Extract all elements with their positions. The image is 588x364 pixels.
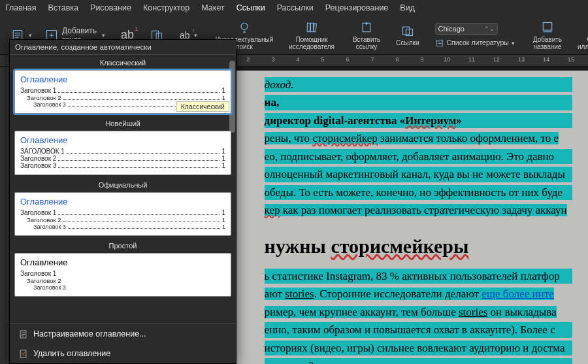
svg-rect-20 [436, 40, 442, 46]
chevron-down-icon: ▾ [512, 40, 515, 46]
toc-style-header: Простой [13, 240, 233, 252]
tooltip: Классический [176, 101, 229, 112]
svg-rect-8 [156, 33, 161, 39]
custom-toc-button[interactable]: Настраиваемое оглавление... [10, 324, 236, 344]
chevron-updown-icon: ⌃⌄ [484, 25, 495, 32]
tab-рецензирование[interactable]: Рецензирование [325, 3, 389, 12]
table-of-figures-button[interactable]: Список иллюстраций [571, 16, 588, 54]
svg-rect-23 [543, 22, 551, 30]
text-line[interactable]: доход. [265, 77, 572, 92]
vertical-ruler[interactable] [0, 67, 10, 364]
text-line[interactable]: обеды. То есть можете, конечно, но эффек… [265, 185, 572, 200]
researcher-button[interactable]: Помощник исследователя [282, 16, 341, 54]
toc-panel-header: Оглавление, созданное автоматически [10, 40, 236, 55]
toc-style-header: Официальный [13, 179, 233, 191]
bulb-icon [237, 20, 252, 35]
svg-rect-13 [310, 23, 313, 31]
text-line[interactable]: кер как раз помогает реализовать стратег… [265, 203, 572, 218]
toc-style-header: Новейший [13, 118, 233, 129]
tab-вид[interactable]: Вид [400, 3, 415, 12]
svg-point-9 [241, 23, 248, 29]
bibliography-group: Chicago ⌃⌄ Список литературы ▾ [429, 16, 521, 54]
toc-style-preview[interactable]: ОглавлениеЗаголовок 11Заголовок 21Заголо… [14, 192, 231, 236]
text-line[interactable]: то значит? [265, 358, 572, 364]
toc-style-header: Классический [13, 57, 233, 69]
text-line[interactable]: историях (видео, игры) сильнее вовлекают… [265, 340, 572, 356]
chevron-down-icon: ▾ [102, 32, 105, 39]
text-line[interactable]: олноценный маркетинговый канал, куда вы … [265, 167, 572, 182]
tab-вставка[interactable]: Вставка [48, 3, 78, 12]
books-icon [304, 20, 319, 35]
tab-главная[interactable]: Главная [5, 3, 37, 12]
bibliography-button[interactable]: Список литературы ▾ [435, 39, 515, 48]
text-line[interactable]: енно, таким образом и повышается охват в… [265, 322, 572, 337]
heading[interactable]: нужны сторисмейкеры [265, 233, 572, 259]
tab-рассылки[interactable]: Рассылки [277, 3, 314, 12]
citations-icon [400, 24, 415, 38]
tab-ссылки[interactable]: Ссылки [237, 3, 265, 12]
tab-конструктор[interactable]: Конструктор [143, 3, 189, 12]
tab-рисование[interactable]: Рисование [90, 3, 131, 12]
insert-citation-button[interactable]: Вставить ссылку [346, 16, 387, 54]
toc-style-preview[interactable]: ОглавлениеЗаголовок 11Заголовок 21Заголо… [14, 70, 231, 114]
text-line[interactable]: директор digital-агентства «Интериум» [265, 113, 572, 128]
biblio-icon [435, 39, 444, 48]
text-line[interactable]: ео, подписывает, оформляет, добавляет ан… [265, 149, 572, 164]
tab-макет[interactable]: Макет [201, 3, 224, 12]
doc-icon [18, 329, 28, 339]
toc-gallery-list[interactable]: КлассическийОглавлениеЗаголовок 11Заголо… [10, 55, 236, 323]
svg-rect-7 [152, 31, 159, 39]
text-line[interactable]: на, [265, 95, 572, 110]
menu-tabs: ГлавнаяВставкаРисованиеКонструкторМакетС… [0, 0, 588, 16]
svg-rect-12 [307, 23, 310, 31]
citations-button[interactable]: Ссылки [389, 16, 425, 54]
toc-style-preview[interactable]: ОглавлениеЗаголовок 1Заголовок 2Заголово… [14, 253, 231, 297]
remove-toc-button[interactable]: Удалить оглавление [10, 344, 236, 363]
chevron-down-icon: ▾ [194, 32, 197, 39]
insert-caption-button[interactable]: Добавить название [527, 16, 568, 54]
chevron-down-icon: ▾ [29, 32, 32, 39]
text-line[interactable]: рены, что сторисмейкер занимается только… [265, 131, 572, 146]
caption-icon [540, 20, 555, 35]
text-line[interactable]: ь статистике Instagram, 83 % активных по… [265, 269, 572, 284]
toc-style-preview[interactable]: ОглавлениеЗАГОЛОВОК 11Заголовок 21Заголо… [14, 131, 231, 175]
text-line[interactable]: ример, чем крупнее аккаунт, тем больше s… [265, 305, 572, 320]
citation-icon [359, 20, 374, 35]
toc-panel-footer: Настраиваемое оглавление... Удалить огла… [10, 323, 236, 363]
remove-icon [18, 348, 28, 359]
toc-gallery-panel: Оглавление, созданное автоматически Клас… [9, 39, 237, 364]
biblio-style-select[interactable]: Chicago ⌃⌄ [435, 23, 498, 35]
svg-rect-14 [314, 23, 317, 31]
text-line[interactable]: ают stories. Сторонние исследователи дел… [265, 286, 572, 301]
